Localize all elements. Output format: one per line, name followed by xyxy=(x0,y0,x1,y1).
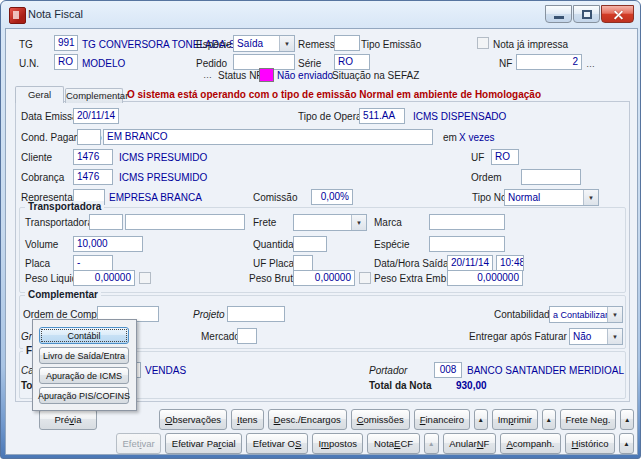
tg-code-field[interactable]: 991 xyxy=(54,35,78,51)
minimize-icon xyxy=(554,16,564,19)
historico-button[interactable]: Histórico xyxy=(565,433,615,454)
serie-field[interactable]: RO xyxy=(334,54,370,70)
chevron-down-icon[interactable]: ▼ xyxy=(607,307,622,322)
sefaz-status-label: Situação na SEFAZ xyxy=(332,70,419,82)
projeto-field[interactable] xyxy=(227,306,285,322)
tipo-operacao-description: ICMS DISPENSADO xyxy=(413,111,506,123)
observacoes-button[interactable]: Observações xyxy=(159,409,227,430)
contabilidade-combo[interactable]: a Contabilizar▼ xyxy=(549,306,623,323)
popup-apuracao-pis-cofins-button[interactable]: Apuração PIS/COFINS xyxy=(39,387,129,404)
marca-label: Marca xyxy=(374,217,402,229)
cond-pagamento-code-field[interactable] xyxy=(77,129,101,145)
homologacao-banner: O sistema está operando com o tipo de em… xyxy=(127,89,541,101)
volume-label: Volume xyxy=(25,239,58,251)
popup-contabil-button[interactable]: Contábil xyxy=(39,327,129,344)
nota-ecf-button[interactable]: Nota ECF xyxy=(367,433,419,454)
nota-impressa-checkbox[interactable] xyxy=(477,37,489,49)
comissao-field[interactable]: 0,00% xyxy=(311,189,353,205)
acompanh-button[interactable]: Acompanh. xyxy=(500,433,561,454)
uf-placa-field[interactable] xyxy=(293,255,313,271)
minimize-button[interactable] xyxy=(545,5,572,23)
desc-encargos-button[interactable]: Desc./Encargos xyxy=(268,409,347,430)
historico-arrow-button[interactable]: ▲ xyxy=(619,433,634,454)
portador-code-field[interactable]: 008 xyxy=(434,362,462,378)
nota-impressa-label: Nota já impressa xyxy=(493,39,568,51)
entregar-apos-faturar-label: Entregar após Faturar xyxy=(469,331,567,343)
total-da-nota-label: Total da Nota xyxy=(369,380,432,392)
chevron-down-icon[interactable]: ▼ xyxy=(279,36,294,51)
efetivar-os-button[interactable]: Efetivar OS xyxy=(246,433,308,454)
data-emissao-field[interactable]: 20/11/14 xyxy=(73,108,119,124)
tab-geral[interactable]: Geral xyxy=(15,86,64,103)
tipo-operacao-field[interactable]: 511.AA xyxy=(359,108,405,124)
financeiro-arrow-button[interactable]: ▲ xyxy=(474,409,488,430)
previa-button[interactable]: Prévia xyxy=(39,409,97,430)
hora-saida-field[interactable]: 10:48 xyxy=(496,255,524,271)
imprimir-button[interactable]: Imprimir xyxy=(492,409,538,430)
transportadora-desc-field[interactable] xyxy=(125,214,245,230)
portador-label: Portador xyxy=(369,365,407,377)
chevron-down-icon[interactable]: ▼ xyxy=(607,329,622,344)
mercado-field[interactable] xyxy=(237,328,257,344)
remessa-field[interactable] xyxy=(334,35,360,51)
nota-fiscal-window: Nota Fiscal TG 991 TG CONVERSORA TONELAD… xyxy=(0,0,641,459)
quantidade-field[interactable] xyxy=(293,236,327,252)
especie-combo[interactable]: Saída▼ xyxy=(233,35,295,52)
efetivar-button[interactable]: Efetivar xyxy=(116,433,161,454)
ordem-field[interactable] xyxy=(521,169,581,185)
peso-liquido-checkbox[interactable] xyxy=(139,272,151,284)
peso-bruto-checkbox[interactable] xyxy=(359,272,371,284)
peso-extra-field[interactable]: 0,000000 xyxy=(447,270,523,286)
especie-transp-field[interactable] xyxy=(429,236,505,252)
placa-field[interactable]: - xyxy=(73,255,113,271)
cliente-code-field[interactable]: 1476 xyxy=(73,149,113,165)
uf-placa-label: UF Placa xyxy=(253,258,294,270)
nf-more-button[interactable]: … xyxy=(586,59,596,69)
window-title: Nota Fiscal xyxy=(28,8,83,20)
tab-complementar[interactable]: Complementar xyxy=(65,88,123,103)
frete-neg-button[interactable]: Frete Neg. xyxy=(560,409,617,430)
projeto-label: Projeto xyxy=(193,309,225,321)
contabil-popup-menu: Contábil Livro de Saída/Entra Apuração d… xyxy=(32,319,137,411)
transportadora-label: Transportadora xyxy=(25,217,93,229)
anular-nf-button[interactable]: Anular NF xyxy=(443,433,496,454)
impostos-button[interactable]: Impostos xyxy=(312,433,364,454)
vezes-value: X vezes xyxy=(459,132,495,144)
cobranca-label: Cobrança xyxy=(21,172,64,184)
uf-field[interactable]: RO xyxy=(491,149,519,165)
entregar-apos-faturar-combo[interactable]: Não▼ xyxy=(569,328,623,345)
close-button[interactable] xyxy=(601,5,634,23)
marca-field[interactable] xyxy=(429,214,505,230)
peso-liquido-field[interactable]: 0,00000 xyxy=(73,270,135,286)
un-code-field[interactable]: RO xyxy=(54,54,78,70)
status-more-button[interactable]: … xyxy=(203,70,213,80)
cobranca-code-field[interactable]: 1476 xyxy=(73,169,113,185)
em-label: em xyxy=(443,132,457,144)
cond-pagamento-desc-field[interactable]: EM BRANCO xyxy=(103,129,433,145)
peso-bruto-label: Peso Bruto xyxy=(249,273,298,285)
chevron-down-icon[interactable]: ▼ xyxy=(351,215,366,230)
volume-field[interactable]: 10,000 xyxy=(73,236,143,252)
comissoes-button[interactable]: Comissões xyxy=(351,409,410,430)
popup-apuracao-icms-button[interactable]: Apuração de ICMS xyxy=(39,367,129,384)
itens-button[interactable]: Itens xyxy=(231,409,264,430)
tipo-nota-combo[interactable]: Normal▼ xyxy=(504,189,599,206)
peso-bruto-field[interactable]: 0,00000 xyxy=(293,270,355,286)
maximize-button[interactable] xyxy=(573,5,600,23)
efetivar-parcial-button[interactable]: Efetivar Parcial xyxy=(165,433,242,454)
cliente-description: ICMS PRESUMIDO xyxy=(119,152,207,164)
frete-combo[interactable]: ▼ xyxy=(293,214,367,231)
data-hora-saida-label: Data/Hora Saída xyxy=(374,258,449,270)
transportadora-code-field[interactable] xyxy=(89,214,123,230)
chevron-down-icon[interactable]: ▼ xyxy=(583,190,598,205)
financeiro-button[interactable]: Financeiro xyxy=(414,409,470,430)
frete-neg-arrow-button[interactable]: ▲ xyxy=(620,409,634,430)
status-color-indicator xyxy=(259,68,274,82)
nf-field[interactable]: 2 xyxy=(516,54,582,70)
title-bar[interactable]: Nota Fiscal xyxy=(1,1,640,28)
cliente-label: Cliente xyxy=(21,152,52,164)
nota-ecf-arrow-button[interactable]: ▲ xyxy=(424,433,439,454)
data-saida-field[interactable]: 20/11/14 xyxy=(447,255,493,271)
popup-livro-saida-entra-button[interactable]: Livro de Saída/Entra xyxy=(39,347,129,364)
imprimir-arrow-button[interactable]: ▲ xyxy=(542,409,556,430)
